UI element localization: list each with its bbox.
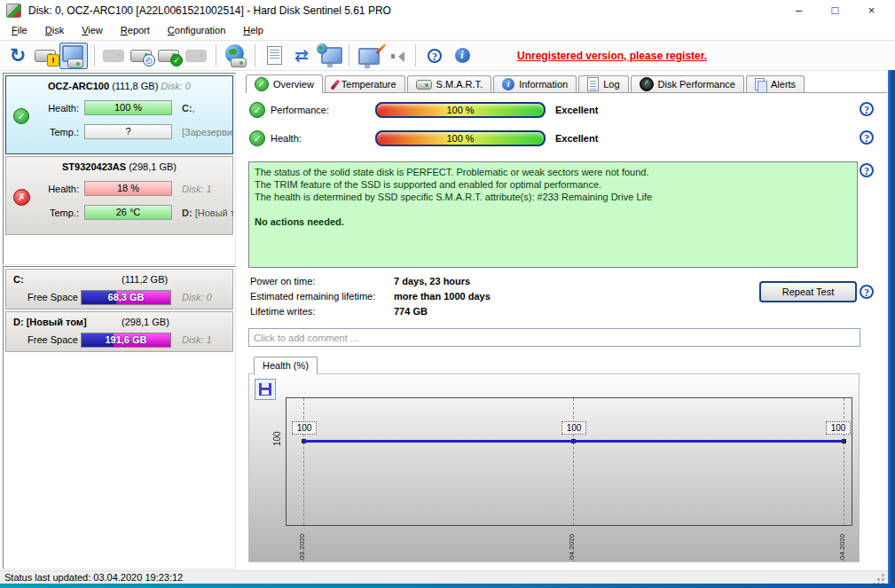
disk-problems-button[interactable]: ! bbox=[32, 43, 59, 68]
minimize-button[interactable]: – bbox=[781, 0, 817, 20]
stat-note: Disk: 1 bbox=[182, 184, 233, 194]
comment-input[interactable] bbox=[248, 328, 860, 347]
free-space-bar: 191,6 GB bbox=[81, 333, 171, 348]
partition-name: D: [Новый том] bbox=[13, 317, 87, 327]
partition-size: (111,2 GB) bbox=[122, 274, 168, 285]
help-test-icon[interactable]: ? bbox=[860, 285, 874, 299]
disk-acknowledge-button[interactable]: ✓ bbox=[155, 43, 182, 68]
disk-item-st9320423as[interactable]: ST9320423AS (298,1 GB) ✗Health:18 %Disk:… bbox=[5, 156, 233, 235]
status-emphasis: No actions needed. bbox=[255, 216, 852, 228]
gauge-icon bbox=[640, 77, 654, 91]
menu-help[interactable]: Help bbox=[234, 22, 272, 38]
status-line: The health is determined by SSD specific… bbox=[255, 191, 852, 203]
partition-name: C: bbox=[13, 274, 24, 285]
report-button[interactable] bbox=[261, 43, 287, 68]
menu-configuration[interactable]: Configuration bbox=[159, 22, 234, 38]
tab-log[interactable]: Log bbox=[578, 75, 628, 92]
help-performance-icon[interactable]: ? bbox=[860, 102, 874, 116]
tab-s-m-a-r-t[interactable]: S.M.A.R.T. bbox=[407, 75, 492, 92]
hard-disk-icon: ◴ bbox=[130, 50, 152, 62]
refresh-button[interactable]: ↻ bbox=[4, 43, 31, 68]
stat-label: Health: bbox=[31, 184, 79, 194]
info-icon: i bbox=[455, 48, 470, 63]
partition-disk-number: Disk: 0 bbox=[182, 292, 212, 302]
help-status-icon[interactable]: ? bbox=[860, 163, 874, 177]
tab-overview[interactable]: ✓Overview bbox=[246, 74, 323, 93]
disk-remove-button[interactable] bbox=[183, 43, 209, 68]
chart-tab-health[interactable]: Health (%) bbox=[254, 357, 318, 374]
chart-y-tick: 100 bbox=[272, 418, 283, 446]
remote-monitoring-button[interactable] bbox=[316, 43, 342, 68]
disk-schedule-button[interactable]: ◴ bbox=[128, 43, 154, 68]
tab-label: Overview bbox=[273, 79, 314, 90]
disk-header: ST9320423AS (298,1 GB) bbox=[6, 157, 232, 176]
chart-plot-area: 10031.03.202010001.04.202010002.04.20201… bbox=[286, 397, 852, 526]
maximize-button[interactable]: □ bbox=[817, 0, 853, 20]
partition-size: (298,1 GB) bbox=[122, 317, 169, 327]
tab-label: Temperature bbox=[342, 79, 396, 90]
sound-settings-button[interactable] bbox=[382, 43, 409, 68]
stat-power-on-time: Power on time:7 days, 23 hours bbox=[250, 276, 470, 289]
meter-bar: 100 % bbox=[375, 130, 546, 146]
save-chart-button[interactable] bbox=[255, 379, 276, 400]
free-space-bar: 68,3 GB bbox=[81, 290, 171, 305]
help-button[interactable]: ? bbox=[421, 43, 448, 68]
meter-label: Health: bbox=[271, 133, 375, 144]
toolbar: ↻!◴✓⇄?iUnregistered version, please regi… bbox=[0, 41, 895, 71]
menu-view[interactable]: View bbox=[73, 22, 112, 38]
tab-information[interactable]: iInformation bbox=[493, 75, 577, 92]
clock-badge-icon: ◴ bbox=[143, 54, 155, 67]
disk-stat-row: Health:100 %C:, bbox=[6, 98, 232, 119]
meter-row-performance: ✓Performance:100 %Excellent bbox=[249, 101, 598, 119]
meter-rating: Excellent bbox=[555, 133, 598, 144]
partition-item-d[interactable]: D: [Новый том](298,1 GB)Free Space191,6 … bbox=[5, 311, 233, 352]
free-space-label: Free Space bbox=[27, 292, 78, 302]
disk-detect-button[interactable] bbox=[100, 43, 127, 68]
hard-disk-icon bbox=[416, 80, 432, 90]
surface-test-button[interactable] bbox=[355, 43, 381, 68]
check-badge-icon: ✓ bbox=[170, 54, 183, 67]
tab-temperature[interactable]: Temperature bbox=[325, 75, 405, 92]
meter-rating: Excellent bbox=[555, 105, 598, 115]
repeat-test-button[interactable]: Repeat Test bbox=[759, 281, 857, 302]
status-text-box: The status of the solid state disk is PE… bbox=[248, 161, 858, 268]
tab-alerts[interactable]: Alerts bbox=[746, 75, 805, 92]
report-icon bbox=[267, 46, 282, 65]
disk-size: (298,1 GB) bbox=[129, 161, 177, 172]
partition-item-c[interactable]: C:(111,2 GB)Free Space68,3 GBDisk: 0 bbox=[5, 269, 233, 310]
menu-disk[interactable]: Disk bbox=[36, 22, 73, 38]
disk-monitor-button[interactable] bbox=[59, 43, 88, 69]
toolbar-separator bbox=[216, 44, 216, 67]
chart-date-label: 02.04.2020 bbox=[838, 529, 849, 562]
check-icon: ✓ bbox=[255, 77, 269, 91]
surface-test-icon bbox=[357, 45, 380, 67]
chart-date-label: 01.04.2020 bbox=[568, 529, 578, 562]
stat-note: [Зарезервиро bbox=[182, 127, 233, 137]
disk-model: ST9320423AS bbox=[62, 161, 129, 172]
menu-file[interactable]: File bbox=[3, 22, 36, 38]
about-button[interactable]: i bbox=[449, 43, 475, 68]
log-icon bbox=[587, 77, 599, 91]
desktop-edge-right bbox=[888, 70, 895, 584]
unregistered-notice[interactable]: Unregistered version, please register. bbox=[517, 50, 707, 62]
chart-gridline bbox=[303, 398, 304, 525]
send-report-button[interactable]: ⇄ bbox=[288, 43, 315, 68]
tab-disk-performance[interactable]: Disk Performance bbox=[631, 75, 744, 92]
close-button[interactable]: × bbox=[853, 0, 890, 20]
help-health-icon[interactable]: ? bbox=[860, 130, 874, 145]
disk-item-ocz-arc100[interactable]: OCZ-ARC100 (111,8 GB) Disk: 0✓Health:100… bbox=[5, 75, 233, 154]
tab-label: Alerts bbox=[771, 79, 796, 90]
stat-bar: ? bbox=[84, 124, 172, 139]
health-chart: 10031.03.202010001.04.202010002.04.20201… bbox=[248, 373, 860, 562]
tab-label: S.M.A.R.T. bbox=[436, 79, 483, 90]
check-icon: ✓ bbox=[249, 130, 265, 146]
partition-disk-number: Disk: 1 bbox=[182, 334, 212, 345]
stat-bar: 18 % bbox=[84, 181, 172, 196]
speaker-icon bbox=[391, 51, 400, 60]
menu-report[interactable]: Report bbox=[112, 22, 159, 38]
network-disks-button[interactable] bbox=[222, 43, 248, 68]
toolbar-separator bbox=[255, 44, 255, 67]
hard-disk-icon: ✓ bbox=[158, 50, 179, 62]
stat-label: Power on time: bbox=[250, 276, 394, 286]
partition-list: C:(111,2 GB)Free Space68,3 GBDisk: 0D: [… bbox=[3, 266, 236, 569]
